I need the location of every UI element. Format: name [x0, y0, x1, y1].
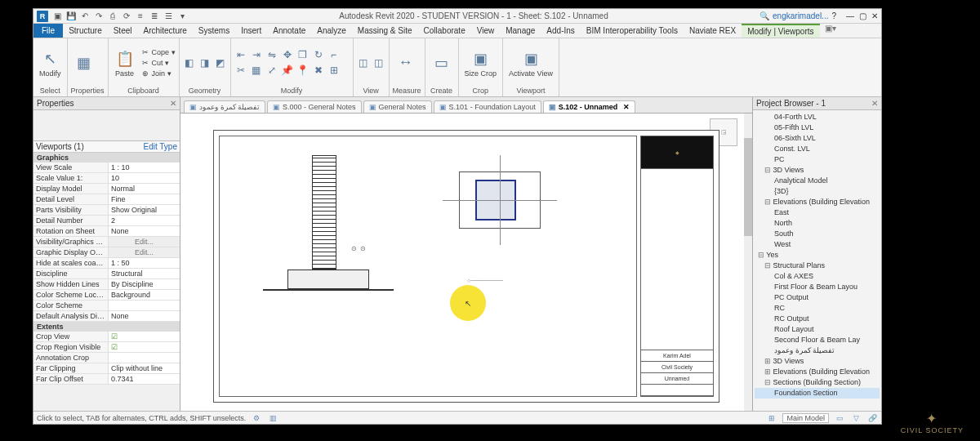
- save-icon[interactable]: 💾: [65, 11, 77, 22]
- signed-in-user[interactable]: engkarimadel...: [773, 11, 828, 20]
- status-icon[interactable]: ⚙: [251, 412, 262, 424]
- selection-icon[interactable]: ▭: [834, 412, 845, 424]
- align-icon[interactable]: ⇤: [234, 48, 247, 61]
- create-button[interactable]: ▭: [429, 51, 455, 75]
- tree-node[interactable]: PC Output: [755, 292, 880, 303]
- tree-node[interactable]: Foundation Section: [755, 388, 880, 399]
- view-icon[interactable]: ◫: [357, 56, 370, 69]
- section-detail[interactable]: ⊙⊙: [263, 155, 394, 302]
- offset-icon[interactable]: ⇥: [250, 48, 263, 61]
- maximize-icon[interactable]: ▢: [859, 11, 866, 20]
- tab-collaborate[interactable]: Collaborate: [418, 24, 471, 38]
- property-row[interactable]: Show Hidden LinesBy Discipline: [33, 279, 180, 290]
- tree-node[interactable]: RC Output: [755, 314, 880, 324]
- thin-lines-icon[interactable]: ≣: [149, 11, 160, 22]
- join-button[interactable]: ⊕Join ▾: [140, 69, 176, 78]
- status-icon[interactable]: ▥: [267, 412, 278, 424]
- measure-button[interactable]: ↔: [393, 51, 419, 75]
- tab-annotate[interactable]: Annotate: [267, 24, 311, 38]
- view-tab[interactable]: ▣General Notes: [363, 100, 432, 113]
- unpin-icon[interactable]: 📍: [296, 64, 310, 77]
- plan-detail[interactable]: [443, 155, 557, 245]
- tab-bim-interop[interactable]: BIM Interoperability Tools: [581, 24, 684, 38]
- tree-node[interactable]: South: [755, 229, 880, 239]
- rotate-icon[interactable]: ↻: [312, 48, 325, 61]
- scale-icon[interactable]: ⤢: [265, 64, 278, 77]
- close-icon[interactable]: ✕: [871, 99, 878, 108]
- minimize-icon[interactable]: —: [846, 11, 854, 20]
- close-icon[interactable]: ✕: [871, 11, 878, 20]
- property-row[interactable]: Display ModelNormal: [33, 184, 180, 194]
- tab-view[interactable]: View: [471, 24, 501, 38]
- file-tab[interactable]: File: [33, 24, 63, 38]
- tab-steel[interactable]: Steel: [108, 24, 138, 38]
- tab-systems[interactable]: Systems: [193, 24, 235, 38]
- property-row[interactable]: Detail LevelFine: [33, 194, 180, 205]
- worksets-icon[interactable]: ⊞: [766, 412, 777, 424]
- measure-icon[interactable]: ≡: [135, 11, 146, 22]
- view-tab[interactable]: ▣S.102 - Unnamed ✕: [543, 100, 636, 113]
- property-row[interactable]: Annotation Crop: [33, 353, 180, 363]
- browser-tree[interactable]: 04-Forth LVL05-Fifth LVL06-Sixth LVLCons…: [753, 110, 881, 411]
- property-row[interactable]: Graphic Display OptionsEdit...: [33, 247, 180, 258]
- tree-node[interactable]: Col & AXES: [755, 271, 880, 282]
- property-row[interactable]: Color Scheme LocationBackground: [33, 290, 180, 301]
- tree-node[interactable]: 3D Views: [755, 165, 880, 176]
- tree-node[interactable]: Analytical Model: [755, 176, 880, 186]
- properties-button[interactable]: ▦: [71, 51, 97, 75]
- tab-modify-viewports[interactable]: Modify | Viewports: [742, 24, 819, 38]
- property-row[interactable]: Scale Value 1:10: [33, 173, 180, 184]
- tab-architecture[interactable]: Architecture: [138, 24, 193, 38]
- open-icon[interactable]: ▣: [51, 11, 63, 22]
- property-row[interactable]: View Scale1 : 10: [33, 163, 180, 173]
- property-row[interactable]: Hide at scales coarser t...1 : 50: [33, 258, 180, 269]
- activate-view-button[interactable]: ▣Activate View: [506, 47, 555, 79]
- link-icon[interactable]: 🔗: [866, 412, 878, 424]
- view-tab[interactable]: ▣S.000 - General Notes: [267, 100, 362, 113]
- tree-node[interactable]: Sections (Building Section): [755, 377, 880, 388]
- size-crop-button[interactable]: ▣Size Crop: [462, 47, 500, 79]
- tab-naviate[interactable]: Naviate REX: [684, 24, 742, 38]
- tab-structure[interactable]: Structure: [63, 24, 108, 38]
- close-icon[interactable]: ✕: [170, 99, 176, 108]
- modify-button[interactable]: ↖Modify: [37, 47, 64, 79]
- property-row[interactable]: Crop View: [33, 332, 180, 342]
- tab-addins[interactable]: Add-Ins: [541, 24, 580, 38]
- array-icon[interactable]: ▦: [250, 64, 263, 77]
- property-row[interactable]: Rotation on SheetNone: [33, 226, 180, 237]
- tree-node[interactable]: North: [755, 218, 880, 229]
- tree-node[interactable]: East: [755, 207, 880, 218]
- tab-analyze[interactable]: Analyze: [311, 24, 352, 38]
- tree-node[interactable]: Second Floor & Beam Lay: [755, 335, 880, 345]
- move-icon[interactable]: ✥: [281, 48, 294, 61]
- property-row[interactable]: Far Clip Offset0.7341: [33, 374, 180, 385]
- view-tab[interactable]: ▣S.101 - Foundation Layout: [434, 100, 541, 113]
- undo-icon[interactable]: ↶: [79, 11, 91, 22]
- split-icon[interactable]: ✂: [234, 64, 247, 77]
- tree-node[interactable]: 06-Sixth LVL: [755, 133, 880, 144]
- property-row[interactable]: Detail Number2: [33, 216, 180, 226]
- switch-windows-icon[interactable]: ▾: [176, 11, 188, 22]
- tab-manage[interactable]: Manage: [500, 24, 541, 38]
- redo-icon[interactable]: ↷: [93, 11, 105, 22]
- property-row[interactable]: DisciplineStructural: [33, 269, 180, 279]
- tree-node[interactable]: Roof Layout: [755, 324, 880, 335]
- canvas[interactable]: ◲ ◆ Karim Adel Civil Society Unnamed ⊙⊙: [180, 114, 752, 411]
- tree-node[interactable]: West: [755, 239, 880, 250]
- scrollbar-thumb[interactable]: [744, 138, 752, 236]
- property-row[interactable]: Visibility/Graphics Ove...Edit...: [33, 237, 180, 247]
- cope-button[interactable]: ✂Cope ▾: [140, 47, 176, 57]
- tab-massing[interactable]: Massing & Site: [352, 24, 418, 38]
- filter-icon[interactable]: ▽: [850, 412, 862, 424]
- tree-node[interactable]: Elevations (Building Elevation: [755, 197, 880, 207]
- property-row[interactable]: Far ClippingClip without line: [33, 363, 180, 374]
- type-preview[interactable]: [33, 110, 180, 141]
- group-icon[interactable]: ⊞: [327, 64, 341, 77]
- tree-node[interactable]: PC: [755, 154, 880, 165]
- delete-icon[interactable]: ✖: [312, 64, 325, 77]
- trim-icon[interactable]: ⌐: [327, 48, 341, 61]
- tree-node[interactable]: 05-Fifth LVL: [755, 122, 880, 133]
- properties-filter[interactable]: Viewports (1): [36, 142, 84, 151]
- tree-node[interactable]: 3D Views: [755, 356, 880, 367]
- close-hidden-icon[interactable]: ☰: [163, 11, 174, 22]
